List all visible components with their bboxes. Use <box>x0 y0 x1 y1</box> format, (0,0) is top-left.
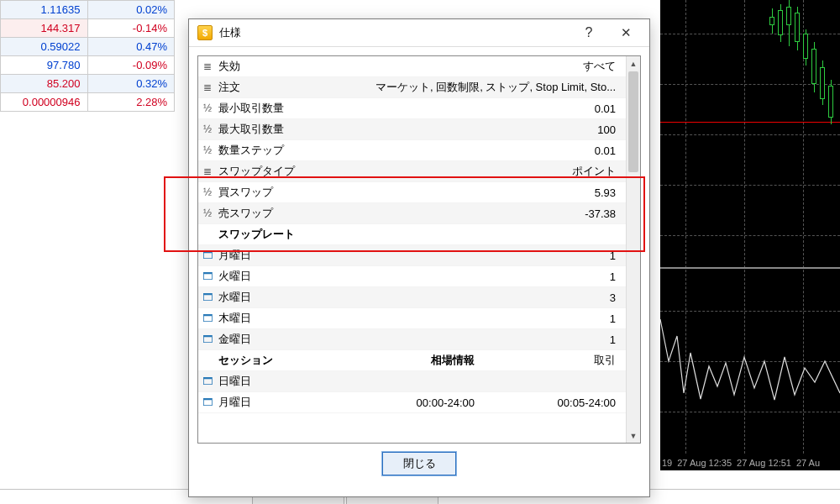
spec-row[interactable]: ½最小取引数量0.01 <box>198 98 626 119</box>
spec-label: 最小取引数量 <box>217 101 595 116</box>
spec-row[interactable]: セッション相場情報取引 <box>198 350 626 371</box>
spec-value: 1 <box>610 312 626 325</box>
bars-icon: ≣ <box>198 81 217 93</box>
pct-cell: 2.28% <box>87 93 175 112</box>
cal-icon: 🗖 <box>198 249 217 261</box>
spec-value: 3 <box>610 291 626 304</box>
market-watch-table: 1.116350.02%144.317-0.14%0.590220.47%97.… <box>0 0 175 112</box>
market-row[interactable]: 0.590220.47% <box>1 38 175 56</box>
spec-row[interactable]: 🗖火曜日1 <box>198 266 626 287</box>
close-icon: ✕ <box>621 25 632 40</box>
cal-icon: 🗖 <box>198 291 217 303</box>
spec-value: 5.93 <box>595 186 626 199</box>
pct-cell: 0.47% <box>87 38 175 56</box>
spec-value: 00:00-24:00 <box>391 396 500 409</box>
spec-value: 1 <box>610 270 626 283</box>
spec-label: 買スワップ <box>217 185 595 200</box>
spec-value: 1 <box>610 249 626 262</box>
spec-row[interactable]: ≣失効すべて <box>198 56 626 77</box>
help-button[interactable]: ? <box>570 21 607 45</box>
spec-value: 0.01 <box>595 144 626 157</box>
pct-cell: 0.02% <box>87 1 175 19</box>
close-button[interactable]: 閉じる <box>382 452 456 475</box>
spec-label: スワップタイプ <box>217 164 572 179</box>
specification-dialog: $ 仕様 ? ✕ ≣失効すべて≣注文マーケット, 回数制限, ストップ, Sto… <box>188 18 650 497</box>
spec-label: 日曜日 <box>217 374 616 389</box>
price-cell: 85.200 <box>1 75 88 93</box>
half-icon: ½ <box>198 123 217 135</box>
dialog-titlebar[interactable]: $ 仕様 ? ✕ <box>189 19 649 47</box>
chart-x-axis: 19 27 Aug 12:35 27 Aug 12:51 27 Au <box>660 455 840 470</box>
dialog-title: 仕様 <box>219 25 570 40</box>
spec-table-wrap: ≣失効すべて≣注文マーケット, 回数制限, ストップ, Stop Limit, … <box>197 55 641 444</box>
app-icon: $ <box>197 25 213 40</box>
spec-label: 売スワップ <box>217 206 585 221</box>
spec-row[interactable]: 🗖木曜日1 <box>198 308 626 329</box>
indicator-line <box>660 0 840 470</box>
spec-value: -37.38 <box>585 207 626 220</box>
spec-label: 金曜日 <box>217 332 610 347</box>
scroll-thumb[interactable] <box>628 71 638 172</box>
bars-icon: ≣ <box>198 60 217 72</box>
spec-label: 火曜日 <box>217 269 610 284</box>
market-row[interactable]: 144.317-0.14% <box>1 19 175 38</box>
half-icon: ½ <box>198 144 217 156</box>
spec-value: 相場情報 <box>391 353 500 368</box>
spec-value: 0.01 <box>595 102 626 115</box>
pct-cell: -0.09% <box>87 56 175 75</box>
half-icon: ½ <box>198 186 217 198</box>
spec-value: すべて <box>583 59 626 74</box>
spec-row[interactable]: ≣スワップタイプポイント <box>198 161 626 182</box>
spec-value: ポイント <box>572 164 626 179</box>
cal-icon: 🗖 <box>198 270 217 282</box>
spec-table[interactable]: ≣失効すべて≣注文マーケット, 回数制限, ストップ, Stop Limit, … <box>198 56 626 443</box>
cal-icon: 🗖 <box>198 375 217 387</box>
price-cell: 0.00000946 <box>1 93 88 112</box>
price-cell: 144.317 <box>1 19 88 38</box>
spec-row[interactable]: 🗖金曜日1 <box>198 329 626 350</box>
spec-label: 数量ステップ <box>217 143 595 158</box>
spec-row[interactable]: ½最大取引数量100 <box>198 119 626 140</box>
price-cell: 97.780 <box>1 56 88 75</box>
spec-label: 失効 <box>217 59 583 74</box>
pct-cell: 0.32% <box>87 75 175 93</box>
spec-value: 取引 <box>500 353 626 368</box>
market-row[interactable]: 1.116350.02% <box>1 1 175 19</box>
market-row[interactable]: 0.000009462.28% <box>1 93 175 112</box>
cal-icon: 🗖 <box>198 312 217 324</box>
spec-value: 00:05-24:00 <box>500 396 626 409</box>
spec-label: 水曜日 <box>217 290 610 305</box>
spec-row[interactable]: 🗖月曜日00:00-24:0000:05-24:00 <box>198 392 626 413</box>
cal-icon: 🗖 <box>198 396 217 408</box>
spec-value: 100 <box>597 123 626 136</box>
spec-row[interactable]: ½売スワップ-37.38 <box>198 203 626 224</box>
half-icon: ½ <box>198 102 217 114</box>
spec-row[interactable]: ½数量ステップ0.01 <box>198 140 626 161</box>
close-window-button[interactable]: ✕ <box>607 21 644 45</box>
spec-label: 最大取引数量 <box>217 122 597 137</box>
spec-label: スワップレート <box>217 227 616 242</box>
spec-row[interactable]: スワップレート <box>198 224 626 245</box>
spec-row[interactable]: 🗖日曜日 <box>198 371 626 392</box>
scroll-down-icon[interactable]: ▼ <box>627 428 640 443</box>
spec-label: セッション <box>217 353 391 368</box>
market-row[interactable]: 85.2000.32% <box>1 75 175 93</box>
spec-row[interactable]: ½買スワップ5.93 <box>198 182 626 203</box>
price-chart[interactable]: 19 27 Aug 12:35 27 Aug 12:51 27 Au <box>660 0 840 470</box>
spec-row[interactable]: ≣注文マーケット, 回数制限, ストップ, Stop Limit, Sto... <box>198 77 626 98</box>
price-cell: 0.59022 <box>1 38 88 56</box>
spec-label: 木曜日 <box>217 311 610 326</box>
scrollbar[interactable]: ▲ ▼ <box>626 56 640 443</box>
help-icon: ? <box>585 25 593 40</box>
spec-row[interactable]: 🗖月曜日1 <box>198 245 626 266</box>
spec-label: 月曜日 <box>217 395 391 410</box>
half-icon: ½ <box>198 207 217 219</box>
market-row[interactable]: 97.780-0.09% <box>1 56 175 75</box>
scroll-up-icon[interactable]: ▲ <box>627 56 640 71</box>
bars-icon: ≣ <box>198 165 217 177</box>
spec-row[interactable]: 🗖水曜日3 <box>198 287 626 308</box>
price-cell: 1.11635 <box>1 1 88 19</box>
pct-cell: -0.14% <box>87 19 175 38</box>
spec-label: 注文 <box>217 80 375 95</box>
spec-value: マーケット, 回数制限, ストップ, Stop Limit, Sto... <box>375 80 626 95</box>
